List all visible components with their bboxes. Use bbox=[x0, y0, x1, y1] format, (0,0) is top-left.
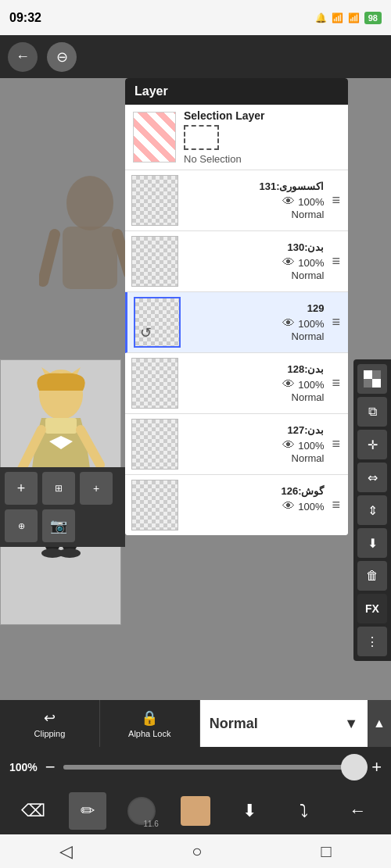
main-canvas-area: Layer Selection Layer No Selection اکسسو… bbox=[0, 78, 391, 719]
alpha-lock-label: Alpha Lock bbox=[128, 729, 170, 738]
menu-button[interactable]: ⊖ bbox=[47, 42, 77, 72]
selection-dashed-box bbox=[184, 125, 219, 150]
visibility-icon-128[interactable]: 👁 bbox=[282, 377, 295, 391]
blend-mode-dropdown[interactable]: Normal ▼ bbox=[200, 700, 368, 747]
clipping-label: Clipping bbox=[34, 729, 66, 738]
layer-opacity-130: 100% bbox=[298, 257, 324, 269]
pen-tool-button[interactable]: ✏ bbox=[69, 792, 106, 830]
layer-menu-129[interactable]: ≡ bbox=[330, 313, 342, 332]
mode-scroll-button[interactable]: ▲ bbox=[368, 700, 391, 747]
layer-panel-header: Layer bbox=[125, 78, 348, 105]
opacity-knob[interactable] bbox=[341, 754, 368, 780]
move-down-tool-button[interactable]: ⬇ bbox=[231, 792, 268, 830]
more-button[interactable]: ⋮ bbox=[357, 627, 387, 656]
add-layer-icon: + bbox=[17, 480, 26, 497]
layer-blend-131: Normal bbox=[185, 209, 324, 220]
layer-opacity-127: 100% bbox=[298, 440, 324, 452]
layer-blend-128: Normal bbox=[185, 391, 324, 403]
layer-thumb-131 bbox=[131, 175, 178, 226]
add-group-button[interactable]: ⊞ bbox=[42, 472, 75, 505]
layer-menu-128[interactable]: ≡ bbox=[330, 373, 342, 393]
clipping-button[interactable]: ↩ Clipping bbox=[0, 700, 100, 747]
upper-figure bbox=[39, 172, 133, 313]
alpha-lock-button[interactable]: 🔒 Alpha Lock bbox=[100, 700, 200, 747]
selection-layer-info: Selection Layer No Selection bbox=[184, 109, 340, 165]
alpha-lock-icon: 🔒 bbox=[141, 709, 158, 727]
layer-menu-126[interactable]: ≡ bbox=[330, 495, 342, 515]
layer-opacity-126: 100% bbox=[298, 501, 324, 513]
eraser-tool-button[interactable]: ⌫ bbox=[15, 792, 52, 830]
layer-controls-129: 👁 100% bbox=[187, 316, 324, 330]
checkerboard-button[interactable] bbox=[357, 364, 387, 394]
opacity-slider-track[interactable] bbox=[63, 765, 364, 770]
svg-rect-14 bbox=[372, 370, 381, 379]
battery-icon: 98 bbox=[364, 12, 382, 24]
copy-layer-button[interactable]: ⧉ bbox=[357, 397, 387, 427]
expand-down-tool-button[interactable]: ⤵ bbox=[285, 792, 322, 830]
layer-item-127[interactable]: بدن:127 👁 100% Normal ≡ bbox=[125, 414, 348, 475]
more-icon: ⋮ bbox=[366, 634, 378, 649]
opacity-plus-button[interactable]: + bbox=[371, 757, 382, 777]
bottom-tools: ⌫ ✏ 11.6 ⬇ ⤵ ← bbox=[0, 788, 391, 834]
visibility-icon-129[interactable]: 👁 bbox=[282, 316, 295, 330]
move-button[interactable]: ✛ bbox=[357, 430, 387, 459]
layer-controls-128: 👁 100% bbox=[185, 377, 324, 391]
layer-item-126[interactable]: گوش:126 👁 100% Normal ≡ bbox=[125, 475, 348, 535]
layer-item-131[interactable]: اکسسوری:131 👁 100% Normal ≡ bbox=[125, 170, 348, 231]
back-tool-button[interactable]: ← bbox=[339, 792, 376, 830]
add-layer-button[interactable]: + bbox=[5, 472, 38, 505]
opacity-bar: 100% − + bbox=[0, 747, 391, 788]
color-swatch-button[interactable] bbox=[177, 792, 214, 830]
nav-home-button[interactable]: ○ bbox=[176, 837, 217, 866]
flip-vertical-button[interactable]: ⇕ bbox=[357, 495, 387, 525]
layer-menu-130[interactable]: ≡ bbox=[330, 252, 342, 271]
move-down-button[interactable]: ⬇ bbox=[357, 528, 387, 558]
move-down-icon: ⬇ bbox=[368, 536, 378, 551]
layer-name-127: بدن:127 bbox=[185, 424, 324, 436]
selection-layer-item[interactable]: Selection Layer No Selection bbox=[125, 105, 348, 170]
camera-button[interactable]: 📷 bbox=[42, 509, 75, 542]
layer-name-131: اکسسوری:131 bbox=[185, 180, 324, 192]
flip-vertical-icon: ⇕ bbox=[368, 503, 378, 518]
opacity-minus-button[interactable]: − bbox=[45, 757, 56, 777]
layer-menu-131[interactable]: ≡ bbox=[330, 191, 342, 210]
fx-label: FX bbox=[365, 602, 379, 615]
layer-item-130[interactable]: بدن:130 👁 100% Normal ≡ bbox=[125, 231, 348, 292]
layer-menu-127[interactable]: ≡ bbox=[330, 434, 342, 454]
layer-item-128[interactable]: بدن:128 👁 100% Normal ≡ bbox=[125, 353, 348, 414]
add-sublayer2-button[interactable]: ⊕ bbox=[5, 509, 38, 542]
back-button[interactable]: ← bbox=[8, 42, 38, 72]
add-sublayer-button[interactable]: + bbox=[80, 472, 113, 505]
layer-panel-title: Layer bbox=[135, 84, 168, 98]
flip-horizontal-button[interactable]: ⇔ bbox=[357, 463, 387, 492]
visibility-icon-131[interactable]: 👁 bbox=[282, 195, 295, 209]
delete-icon: 🗑 bbox=[366, 569, 378, 583]
wifi-icon: 📶 bbox=[332, 13, 343, 23]
layer-info-126: گوش:126 👁 100% Normal bbox=[185, 485, 324, 525]
selection-layer-title: Selection Layer bbox=[184, 109, 340, 122]
layer-info-131: اکسسوری:131 👁 100% Normal bbox=[185, 180, 324, 220]
eraser-icon: ⌫ bbox=[21, 801, 45, 821]
layer-info-129: 129 👁 100% Normal bbox=[187, 302, 324, 342]
visibility-icon-126[interactable]: 👁 bbox=[282, 499, 295, 513]
visibility-icon-127[interactable]: 👁 bbox=[282, 438, 295, 452]
visibility-icon-130[interactable]: 👁 bbox=[282, 255, 295, 270]
add-sublayer-icon: + bbox=[93, 482, 99, 495]
move-down-tool-icon: ⬇ bbox=[242, 801, 256, 821]
brush-size-value: 11.6 bbox=[143, 820, 158, 828]
fx-button[interactable]: FX bbox=[357, 594, 387, 623]
delete-button[interactable]: 🗑 bbox=[357, 561, 387, 591]
layer-blend-127: Normal bbox=[185, 452, 324, 464]
layer-opacity-128: 100% bbox=[298, 379, 324, 391]
svg-rect-15 bbox=[364, 379, 372, 388]
layer-item-129[interactable]: ↺ 129 👁 100% Normal ≡ bbox=[125, 292, 348, 353]
brush-size-button[interactable]: 11.6 bbox=[123, 792, 160, 830]
status-bar: 09:32 🔔 📶 📶 98 bbox=[0, 0, 391, 35]
nav-recent-button[interactable]: □ bbox=[306, 837, 347, 866]
right-toolbar: ⧉ ✛ ⇔ ⇕ ⬇ 🗑 FX ⋮ bbox=[353, 359, 391, 661]
camera-icon: 📷 bbox=[50, 517, 67, 534]
layer-thumb-126 bbox=[131, 480, 178, 530]
layer-name-129: 129 bbox=[187, 302, 324, 314]
nav-back-button[interactable]: ◁ bbox=[44, 837, 88, 866]
layer-name-126: گوش:126 bbox=[185, 485, 324, 497]
